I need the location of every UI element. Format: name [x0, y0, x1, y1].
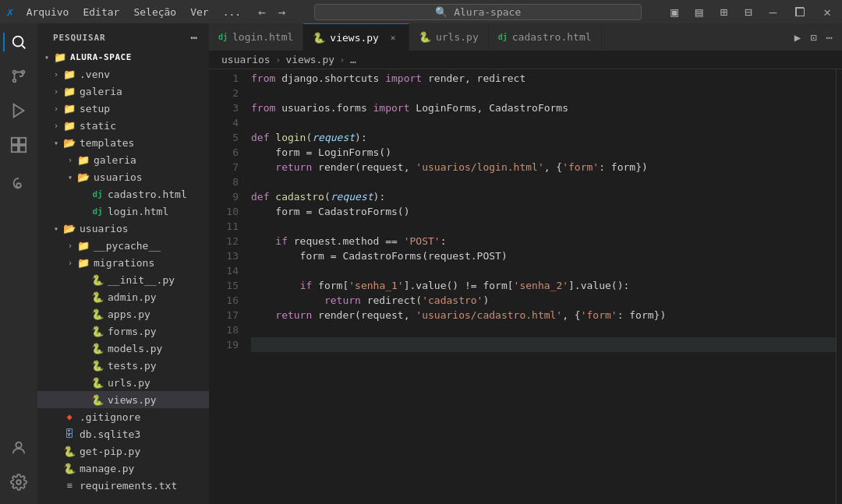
- tree-item-get-pip[interactable]: 🐍 get-pip.py: [37, 442, 209, 460]
- sidebar-title: PESQUISAR: [53, 33, 106, 43]
- search-box[interactable]: 🔍 Alura-space: [314, 4, 642, 20]
- urls-py-label: urls.py: [108, 377, 209, 389]
- tree-item-urls-py[interactable]: 🐍 urls.py: [37, 374, 209, 391]
- tree-item-galeria-tmpl[interactable]: › 📁 galeria: [37, 151, 209, 168]
- sqlite-icon: 🗄: [62, 427, 76, 441]
- menu-ver[interactable]: Ver: [184, 5, 214, 19]
- sidebar-more-btn[interactable]: ⋯: [189, 30, 200, 45]
- setup-label: setup: [80, 103, 209, 115]
- folder-icon: 📁: [76, 153, 90, 167]
- breadcrumb-more[interactable]: …: [350, 54, 356, 65]
- tree-item-login-html-tmpl[interactable]: dj login.html: [37, 203, 209, 220]
- activity-icon-source-control[interactable]: [3, 61, 34, 92]
- py-icon: 🐍: [90, 324, 104, 338]
- activity-icon-debug[interactable]: [3, 95, 34, 126]
- breadcrumb-views[interactable]: views.py: [285, 54, 334, 65]
- tab-login-html[interactable]: dj login.html: [209, 23, 303, 51]
- py-icon: 🐍: [90, 393, 104, 407]
- tab-urls-py[interactable]: 🐍 urls.py: [409, 23, 489, 51]
- minimize-btn[interactable]: —: [765, 3, 782, 21]
- tab-cadastro-html[interactable]: dj cadastro.html: [489, 23, 602, 51]
- py-icon: 🐍: [90, 341, 104, 355]
- breadcrumb-sep-1: ›: [275, 54, 281, 65]
- tree-item-db-sqlite[interactable]: 🗄 db.sqlite3: [37, 425, 209, 442]
- views-py-label: views.py: [108, 394, 209, 406]
- tab-close-icon[interactable]: ✕: [387, 31, 399, 44]
- tab-label: urls.py: [436, 31, 479, 43]
- menu-selecao[interactable]: Seleção: [127, 5, 182, 19]
- activity-icon-accounts[interactable]: [3, 432, 34, 463]
- tree-item-requirements[interactable]: ≡ requirements.txt: [37, 477, 209, 494]
- split-editor-btn[interactable]: ⊡: [807, 30, 819, 45]
- code-line-6: form = LoginForms(): [251, 145, 836, 160]
- nav-forward[interactable]: →: [274, 3, 291, 21]
- txt-icon: ≡: [62, 478, 76, 492]
- folder-open-icon: 📂: [76, 170, 90, 184]
- code-line-11: [251, 219, 836, 234]
- activity-icon-search[interactable]: [3, 26, 34, 58]
- code-line-13: form = CadastroForms(request.POST): [251, 248, 836, 263]
- requirements-label: requirements.txt: [80, 480, 209, 492]
- code-content[interactable]: from django.shortcuts import render, red…: [248, 69, 836, 504]
- menu-bar: Arquivo Editar Seleção Ver ...: [20, 5, 248, 19]
- tree-item-setup[interactable]: › 📁 setup: [37, 100, 209, 117]
- menu-editar[interactable]: Editar: [76, 5, 126, 19]
- tab-label: views.py: [330, 32, 379, 44]
- chevron-down-icon: ▾: [64, 171, 76, 183]
- templates-label: templates: [80, 137, 209, 149]
- nav-back[interactable]: ←: [253, 3, 271, 21]
- py-icon: 🐍: [62, 461, 76, 475]
- activity-icon-extensions[interactable]: [3, 129, 34, 160]
- menu-arquivo[interactable]: Arquivo: [20, 5, 76, 19]
- nav-controls: ← →: [253, 3, 290, 21]
- tree-item-migrations[interactable]: › 📁 migrations: [37, 254, 209, 271]
- close-btn[interactable]: ✕: [819, 3, 836, 21]
- svg-rect-6: [12, 138, 18, 144]
- code-line-18: [251, 322, 836, 337]
- tree-item-static[interactable]: › 📁 static: [37, 117, 209, 134]
- code-line-9: def cadastro(request):: [251, 189, 836, 204]
- tree-item-galeria[interactable]: › 📁 galeria: [37, 83, 209, 100]
- tree-item-gitignore[interactable]: ◆ .gitignore: [37, 408, 209, 425]
- sidebar-tree: ▾ 📁 ALURA-SPACE › 📁 .venv › 📁 galeria › …: [37, 48, 209, 504]
- activity-icon-remote[interactable]: [3, 170, 34, 201]
- tree-item-venv[interactable]: › 📁 .venv: [37, 65, 209, 83]
- tree-item-views-py[interactable]: 🐍 views.py: [37, 391, 209, 408]
- tree-item-tests-py[interactable]: 🐍 tests.py: [37, 357, 209, 374]
- code-line-19: [251, 337, 836, 352]
- menu-more[interactable]: ...: [217, 5, 247, 19]
- tree-item-models-py[interactable]: 🐍 models.py: [37, 340, 209, 357]
- tree-item-usuarios-tmpl[interactable]: ▾ 📂 usuarios: [37, 168, 209, 185]
- more-actions-btn[interactable]: ⋯: [823, 30, 836, 45]
- breadcrumb-usuarios[interactable]: usuarios: [221, 54, 271, 65]
- tab-views-py[interactable]: 🐍 views.py ✕: [303, 23, 409, 51]
- chevron-down-icon: ▾: [41, 51, 53, 63]
- folder-icon: 📁: [76, 238, 90, 252]
- tree-item-pycache[interactable]: › 📁 __pycache__: [37, 237, 209, 254]
- tree-item-forms-py[interactable]: 🐍 forms.py: [37, 322, 209, 340]
- minimap-scrollbar[interactable]: [836, 69, 842, 504]
- layout-icon-1[interactable]: ▣: [666, 3, 683, 21]
- tab-icon-py: 🐍: [313, 32, 325, 44]
- code-line-10: form = CadastroForms(): [251, 204, 836, 219]
- tree-item-cadastro-html[interactable]: dj cadastro.html: [37, 185, 209, 203]
- admin-py-label: admin.py: [108, 291, 209, 303]
- tree-item-templates[interactable]: ▾ 📂 templates: [37, 134, 209, 151]
- tree-item-root[interactable]: ▾ 📁 ALURA-SPACE: [37, 48, 209, 65]
- breadcrumb: usuarios › views.py › …: [209, 51, 842, 69]
- layout-icon-4[interactable]: ⊟: [740, 3, 757, 21]
- tree-item-admin-py[interactable]: 🐍 admin.py: [37, 288, 209, 305]
- maximize-btn[interactable]: ⧠: [789, 3, 811, 21]
- tree-item-manage-py[interactable]: 🐍 manage.py: [37, 460, 209, 477]
- run-btn[interactable]: ▶: [791, 30, 804, 45]
- tree-item-init-py[interactable]: 🐍 __init__.py: [37, 271, 209, 288]
- tree-item-apps-py[interactable]: 🐍 apps.py: [37, 305, 209, 322]
- activity-icon-settings[interactable]: [3, 467, 34, 498]
- root-label: ALURA-SPACE: [70, 52, 209, 62]
- tree-item-usuarios-app[interactable]: ▾ 📂 usuarios: [37, 220, 209, 237]
- activity-bar-bottom: [3, 432, 34, 504]
- layout-icon-3[interactable]: ⊞: [715, 3, 732, 21]
- py-icon: 🐍: [90, 273, 104, 287]
- layout-icon-2[interactable]: ▤: [691, 3, 708, 21]
- svg-point-2: [13, 71, 16, 74]
